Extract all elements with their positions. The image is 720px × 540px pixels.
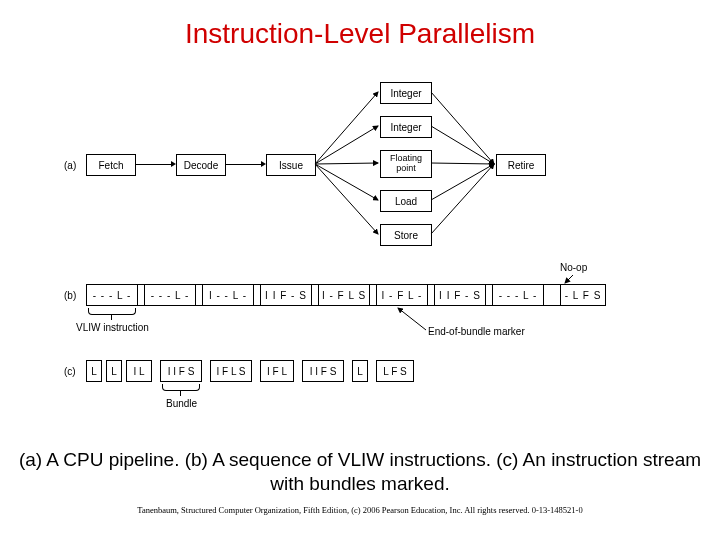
bundle-brace-label: Bundle [166, 398, 197, 409]
bundle-cell: I I F S [160, 360, 202, 382]
bundle-cell: I I F S [302, 360, 344, 382]
bundle-cell: I F L S [210, 360, 252, 382]
brace-tail [180, 390, 181, 396]
svg-line-11 [398, 308, 426, 330]
copyright-text: Tanenbaum, Structured Computer Organizat… [0, 505, 720, 515]
bundle-cell: L [106, 360, 122, 382]
caption-text: (a) A CPU pipeline. (b) A sequence of VL… [0, 448, 720, 496]
bundle-cell: I F L [260, 360, 294, 382]
page-title: Instruction-Level Parallelism [0, 0, 720, 50]
bundle-brace [162, 384, 200, 391]
part-c-label: (c) [64, 366, 76, 377]
bundle-cell: I L [126, 360, 152, 382]
bundle-cell: L [352, 360, 368, 382]
end-marker-arrow [70, 68, 650, 358]
diagram-area: (a) Fetch Decode Issue Integer Integer F… [70, 68, 650, 418]
bundle-cell: L [86, 360, 102, 382]
bundle-cell: L F S [376, 360, 414, 382]
